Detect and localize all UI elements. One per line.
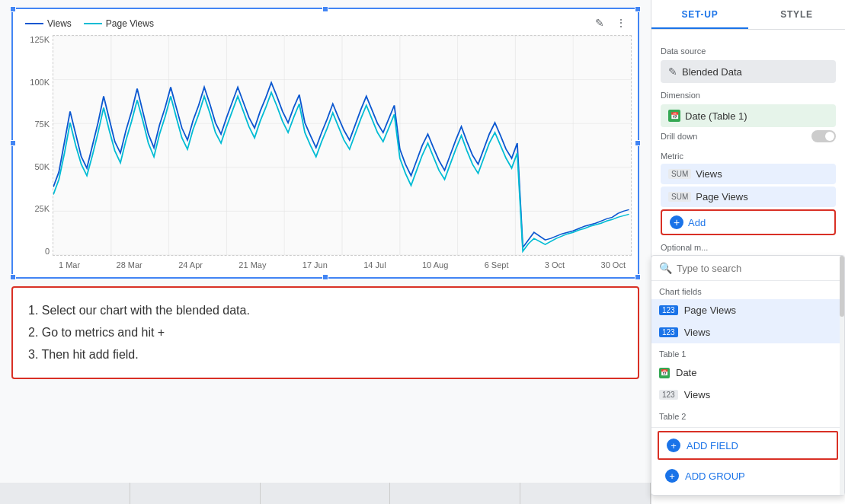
chart-fields-label: Chart fields	[651, 281, 844, 299]
drill-down-row: Drill down	[661, 127, 836, 145]
add-group-label: ADD GROUP	[685, 471, 745, 482]
chart-plot-area	[53, 35, 632, 256]
tab-style[interactable]: STYLE	[748, 0, 845, 29]
bottom-bar	[0, 483, 651, 504]
scrollbar-thumb[interactable]	[840, 256, 844, 317]
dropdown-pageviews-label: Page Views	[684, 305, 736, 316]
bottom-bar-cell-2	[130, 483, 261, 504]
num-badge-pageviews: 123	[659, 305, 678, 315]
x-label-6sept: 6 Sept	[485, 260, 509, 270]
instructions-box: 1. Select our chart with the blended dat…	[11, 286, 639, 379]
legend-pageviews: Page Views	[84, 18, 154, 29]
metric-pageviews-name: Page Views	[696, 191, 747, 203]
drill-down-toggle[interactable]	[811, 130, 836, 142]
add-field-plus-icon: +	[667, 439, 680, 452]
sum-badge-pageviews: SUM	[668, 192, 691, 202]
metric-label: Metric	[661, 152, 836, 161]
legend-line-views	[25, 23, 43, 24]
x-label-10aug: 10 Aug	[422, 260, 448, 270]
data-source-chip[interactable]: ✎ Blended Data	[661, 60, 836, 83]
y-axis-50k: 50K	[19, 162, 50, 171]
optional-metric-label: Optional m...	[661, 243, 836, 252]
resize-handle-tl[interactable]	[10, 6, 16, 12]
num-badge-views: 123	[659, 327, 678, 337]
resize-handle-bm[interactable]	[322, 274, 328, 280]
x-label-1mar: 1 Mar	[59, 260, 80, 270]
resize-handle-tm[interactable]	[322, 6, 328, 12]
tab-setup[interactable]: SET-UP	[651, 0, 748, 29]
dropdown-views-t1-label: Views	[684, 389, 710, 400]
chart-legend: Views Page Views	[19, 15, 632, 29]
add-group-plus-icon: +	[665, 469, 679, 483]
dimension-chip[interactable]: 📅 Date (Table 1)	[661, 104, 836, 127]
add-field-label: ADD FIELD	[687, 440, 738, 451]
x-label-3oct: 3 Oct	[545, 260, 565, 270]
legend-views-label: Views	[47, 18, 72, 29]
bottom-bar-cell-5	[520, 483, 651, 504]
drill-down-label: Drill down	[661, 132, 697, 141]
metric-chip-pageviews[interactable]: SUM Page Views	[661, 187, 836, 207]
bottom-bar-cell-1	[0, 483, 130, 504]
x-label-17jun: 17 Jun	[302, 260, 328, 270]
panel-tabs: SET-UP STYLE	[651, 0, 845, 30]
search-dropdown: 🔍 Chart fields 123 Page Views 123 Views …	[651, 255, 845, 496]
add-metric-button[interactable]: + Add	[661, 209, 836, 235]
resize-handle-bl[interactable]	[10, 274, 16, 280]
dropdown-item-views[interactable]: 123 Views	[651, 321, 844, 343]
search-icon: 🔍	[659, 262, 672, 274]
sum-badge-views: SUM	[668, 169, 691, 179]
x-label-21may: 21 May	[238, 260, 266, 270]
legend-views: Views	[25, 18, 72, 29]
table2-label: Table 2	[651, 406, 844, 424]
y-axis-100k: 100K	[19, 78, 50, 87]
dimension-label: Dimension	[661, 91, 836, 100]
edit-chart-button[interactable]: ✎	[591, 14, 609, 32]
num-badge-views-t1: 123	[659, 390, 678, 400]
search-input[interactable]	[677, 263, 837, 274]
main-content: ✎ ⋮ Views Page Views 125K 100K 75K 50K 2…	[0, 0, 651, 504]
metric-views-name: Views	[696, 168, 722, 180]
dropdown-divider	[651, 427, 844, 428]
bottom-bar-cell-3	[261, 483, 391, 504]
x-label-24apr: 24 Apr	[178, 260, 203, 270]
legend-pageviews-label: Page Views	[106, 18, 154, 29]
add-group-button[interactable]: + ADD GROUP	[658, 463, 838, 489]
dropdown-item-views-t1[interactable]: 123 Views	[651, 384, 844, 406]
y-axis-125k: 125K	[19, 35, 50, 44]
resize-handle-mr[interactable]	[635, 140, 641, 146]
add-field-button[interactable]: + ADD FIELD	[658, 431, 838, 460]
dropdown-views-label: Views	[684, 327, 710, 338]
resize-handle-tr[interactable]	[635, 6, 641, 12]
table1-label: Table 1	[651, 343, 844, 362]
x-label-30oct: 30 Oct	[601, 260, 626, 270]
resize-handle-br[interactable]	[635, 274, 641, 280]
instruction-line2: 2. Go to metrics and hit +	[28, 322, 623, 344]
x-label-28mar: 28 Mar	[117, 260, 142, 270]
y-axis-0: 0	[19, 247, 50, 256]
dropdown-item-pageviews[interactable]: 123 Page Views	[651, 299, 844, 321]
x-label-14jul: 14 Jul	[363, 260, 386, 270]
add-plus-icon: +	[670, 215, 683, 229]
x-axis-labels: 1 Mar 28 Mar 24 Apr 21 May 17 Jun 14 Jul…	[53, 259, 632, 271]
scrollbar-track	[840, 256, 844, 495]
more-options-button[interactable]: ⋮	[612, 14, 630, 32]
dropdown-date-label: Date	[676, 367, 696, 378]
dimension-value: Date (Table 1)	[685, 110, 747, 122]
chart-toolbar: ✎ ⋮	[591, 14, 630, 32]
metric-chip-views[interactable]: SUM Views	[661, 164, 836, 184]
data-source-value: Blended Data	[682, 66, 742, 78]
chart-container: ✎ ⋮ Views Page Views 125K 100K 75K 50K 2…	[11, 8, 639, 279]
data-source-label: Data source	[661, 46, 836, 56]
search-box: 🔍	[651, 256, 844, 281]
edit-icon: ✎	[668, 65, 677, 78]
instruction-line3: 3. Then hit add field.	[28, 344, 623, 366]
legend-line-pageviews	[84, 23, 102, 24]
chart-svg	[53, 36, 631, 255]
bottom-bar-cell-4	[390, 483, 520, 504]
calendar-icon: 📅	[668, 110, 680, 122]
dropdown-item-date[interactable]: 📅 Date	[651, 362, 844, 384]
instruction-line1: 1. Select our chart with the blended dat…	[28, 300, 623, 322]
resize-handle-ml[interactable]	[10, 140, 16, 146]
y-axis-25k: 25K	[19, 204, 50, 213]
right-panel: SET-UP STYLE Data source ✎ Blended Data …	[651, 0, 845, 504]
